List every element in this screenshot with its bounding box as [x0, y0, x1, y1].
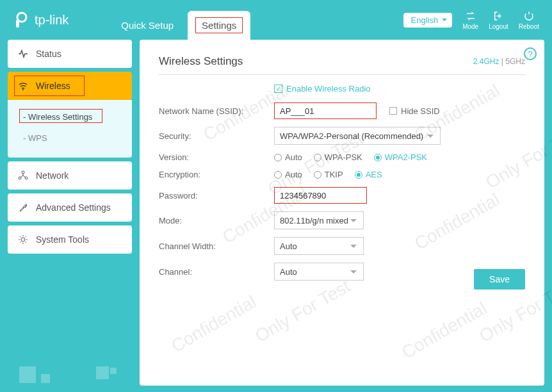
channel-label: Channel: — [159, 267, 274, 277]
band-24[interactable]: 2.4GHz — [473, 57, 499, 66]
highlight-box — [19, 109, 102, 123]
ssid-input[interactable] — [274, 102, 377, 119]
wireless-form: ✓ Enable Wireless Radio Network Name (SS… — [159, 84, 525, 281]
decor-square — [96, 366, 109, 379]
encryption-label: Encryption: — [159, 170, 274, 179]
sidebar-item-network[interactable]: Network — [8, 161, 132, 190]
enable-wireless-checkbox[interactable]: ✓ Enable Wireless Radio — [274, 84, 525, 94]
version-auto[interactable]: Auto — [274, 152, 302, 162]
channel-width-select[interactable]: Auto — [274, 237, 364, 255]
cwidth-label: Channel Width: — [159, 241, 274, 251]
radio-icon — [355, 171, 362, 179]
enable-label: Enable Wireless Radio — [286, 84, 371, 94]
security-label: Security: — [159, 131, 274, 141]
svg-point-6 — [21, 238, 25, 241]
password-input[interactable] — [274, 187, 367, 204]
radio-label: TKIP — [325, 170, 343, 179]
band-switch[interactable]: 2.4GHz | 5GHz — [473, 57, 525, 66]
radio-icon — [314, 154, 321, 161]
brand-text: tp-link — [35, 13, 69, 28]
version-radios: Auto WPA-PSK WPA2-PSK — [274, 152, 427, 162]
sidebar: Status Wireless - Wireless Settings - WP… — [8, 40, 132, 386]
help-button[interactable]: ? — [524, 47, 537, 60]
pulse-icon — [18, 49, 28, 59]
sidebar-item-wireless[interactable]: Wireless — [8, 72, 132, 100]
sidebar-item-advanced[interactable]: Advanced Settings — [8, 193, 132, 222]
language-select[interactable]: English — [403, 13, 453, 28]
encryption-radios: Auto TKIP AES — [274, 170, 382, 179]
channel-select[interactable]: Auto — [274, 263, 364, 281]
decor-square — [19, 366, 36, 383]
logout-button[interactable]: Logout — [489, 10, 508, 30]
tab-settings[interactable]: Settings — [188, 11, 250, 40]
main-header: Wireless Settings 2.4GHz | 5GHz — [159, 55, 525, 75]
radio-label: WPA2-PSK — [385, 152, 427, 162]
sub-wireless-settings[interactable]: - Wireless Settings — [8, 106, 132, 127]
decor-square — [110, 368, 117, 374]
logo: tp-link — [13, 11, 69, 29]
swap-icon — [465, 10, 476, 22]
security-select[interactable]: WPA/WPA2-Personal (Recommended) — [274, 127, 441, 145]
save-button[interactable]: Save — [474, 269, 525, 290]
radio-icon — [274, 154, 282, 161]
main-panel: ? Wireless Settings 2.4GHz | 5GHz ✓ Enab… — [140, 40, 544, 386]
ssid-label: Network Name (SSID): — [159, 106, 274, 116]
reboot-icon — [523, 10, 535, 22]
version-wpa2psk[interactable]: WPA2-PSK — [374, 152, 427, 162]
logout-label: Logout — [489, 23, 508, 30]
page-title: Wireless Settings — [159, 55, 243, 68]
sidebar-item-status[interactable]: Status — [8, 40, 132, 68]
svg-point-3 — [22, 171, 24, 174]
hide-ssid-label: Hide SSID — [401, 106, 440, 116]
enc-tkip[interactable]: TKIP — [314, 170, 343, 179]
highlight-box — [14, 76, 85, 96]
radio-icon — [274, 171, 282, 179]
wrench-icon — [18, 202, 28, 213]
checkbox-icon — [389, 107, 397, 115]
logo-icon — [13, 11, 31, 29]
checkbox-checked-icon: ✓ — [274, 85, 282, 93]
radio-label: Auto — [285, 170, 302, 179]
radio-icon — [374, 154, 382, 161]
tab-quick-setup[interactable]: Quick Setup — [107, 11, 188, 40]
mode-label: Mode: — [159, 216, 274, 225]
header: tp-link Quick Setup Settings English Mod… — [0, 0, 552, 40]
hide-ssid-checkbox[interactable]: Hide SSID — [389, 106, 440, 116]
sidebar-item-system[interactable]: System Tools — [8, 225, 132, 254]
network-icon — [18, 170, 28, 181]
sub-wps[interactable]: - WPS — [8, 127, 132, 149]
svg-rect-1 — [16, 20, 19, 28]
mode-label: Mode — [462, 23, 478, 30]
version-label: Version: — [159, 152, 274, 162]
mode-button[interactable]: Mode — [462, 10, 478, 30]
mode-select[interactable]: 802.11b/g/n mixed — [274, 211, 364, 229]
gear-icon — [18, 234, 28, 245]
radio-label: WPA-PSK — [325, 152, 362, 162]
header-right: English Mode Logout Reboot — [403, 10, 540, 30]
password-label: Password: — [159, 191, 274, 200]
sidebar-label: Network — [36, 170, 69, 181]
sidebar-label: Status — [36, 49, 61, 59]
radio-label: AES — [366, 170, 382, 179]
radio-icon — [314, 171, 321, 179]
decor-square — [41, 374, 50, 383]
version-wpapsk[interactable]: WPA-PSK — [314, 152, 362, 162]
enc-auto[interactable]: Auto — [274, 170, 302, 179]
logout-icon — [492, 10, 504, 22]
top-tabs: Quick Setup Settings — [107, 0, 250, 40]
enc-aes[interactable]: AES — [355, 170, 382, 179]
sidebar-wireless-sub: - Wireless Settings - WPS — [8, 100, 132, 158]
sidebar-label: System Tools — [36, 234, 89, 245]
band-5[interactable]: 5GHz — [505, 57, 525, 66]
reboot-button[interactable]: Reboot — [519, 10, 539, 30]
radio-label: Auto — [285, 152, 302, 162]
highlight-box — [195, 17, 243, 33]
reboot-label: Reboot — [519, 23, 539, 30]
band-sep: | — [499, 57, 506, 66]
sidebar-label: Advanced Settings — [36, 202, 111, 213]
